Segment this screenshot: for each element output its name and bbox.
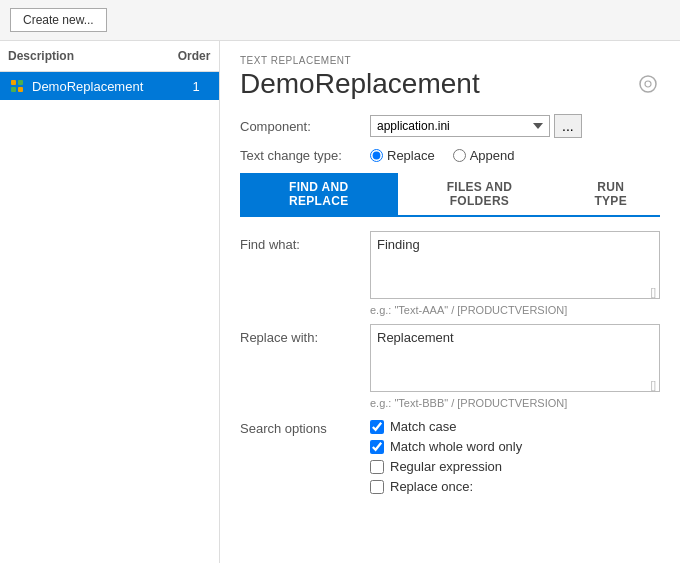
search-options-row: Search options Match case Match whole wo… bbox=[240, 419, 660, 494]
create-new-button[interactable]: Create new... bbox=[10, 8, 107, 32]
svg-rect-1 bbox=[18, 80, 23, 85]
top-bar: Create new... bbox=[0, 0, 680, 41]
checkbox-replace-once-text: Replace once: bbox=[390, 479, 473, 494]
svg-rect-2 bbox=[11, 87, 16, 92]
checkbox-match-case[interactable] bbox=[370, 420, 384, 434]
replace-with-textarea[interactable]: Replacement bbox=[370, 324, 660, 392]
edit-icon[interactable] bbox=[636, 72, 660, 96]
right-panel: TEXT REPLACEMENT DemoReplacement Compone… bbox=[220, 41, 680, 563]
radio-append[interactable] bbox=[453, 149, 466, 162]
tab-run-type[interactable]: RUN TYPE bbox=[561, 173, 660, 215]
list-header: Description Order bbox=[0, 41, 219, 72]
radio-group: Replace Append bbox=[370, 148, 515, 163]
checkbox-match-case-text: Match case bbox=[390, 419, 456, 434]
component-control: application.ini ... bbox=[370, 114, 660, 138]
left-panel: Description Order DemoReplacement 1 bbox=[0, 41, 220, 563]
checkbox-match-case-label[interactable]: Match case bbox=[370, 419, 522, 434]
find-what-textarea[interactable]: Finding bbox=[370, 231, 660, 299]
checkbox-replace-once[interactable] bbox=[370, 480, 384, 494]
component-select-wrap: application.ini ... bbox=[370, 114, 582, 138]
page-title: DemoReplacement bbox=[240, 68, 660, 100]
component-browse-button[interactable]: ... bbox=[554, 114, 582, 138]
find-what-label: Find what: bbox=[240, 231, 370, 252]
radio-replace-text: Replace bbox=[387, 148, 435, 163]
find-textarea-wrap: Finding [] bbox=[370, 231, 660, 302]
replace-with-input-wrap: Replacement [] e.g.: "Text-BBB" / [PRODU… bbox=[370, 324, 660, 409]
replace-with-label: Replace with: bbox=[240, 324, 370, 345]
section-label: TEXT REPLACEMENT bbox=[240, 55, 660, 66]
radio-replace[interactable] bbox=[370, 149, 383, 162]
svg-rect-0 bbox=[11, 80, 16, 85]
replacement-icon bbox=[8, 77, 26, 95]
list-item-order: 1 bbox=[181, 79, 211, 94]
tab-find-replace[interactable]: FIND AND REPLACE bbox=[240, 173, 398, 215]
component-select[interactable]: application.ini bbox=[370, 115, 550, 137]
find-what-row: Find what: Finding [] e.g.: "Text-AAA" /… bbox=[240, 231, 660, 316]
replace-textarea-wrap: Replacement [] bbox=[370, 324, 660, 395]
find-what-hint: e.g.: "Text-AAA" / [PRODUCTVERSION] bbox=[370, 304, 660, 316]
radio-append-label[interactable]: Append bbox=[453, 148, 515, 163]
checkbox-replace-once-label[interactable]: Replace once: bbox=[370, 479, 522, 494]
component-label: Component: bbox=[240, 119, 370, 134]
search-options-checkboxes: Match case Match whole word only Regular… bbox=[370, 419, 522, 494]
radio-append-text: Append bbox=[470, 148, 515, 163]
replace-with-row: Replace with: Replacement [] e.g.: "Text… bbox=[240, 324, 660, 409]
radio-replace-label[interactable]: Replace bbox=[370, 148, 435, 163]
checkbox-match-whole-word-label[interactable]: Match whole word only bbox=[370, 439, 522, 454]
main-layout: Description Order DemoReplacement 1 TEXT… bbox=[0, 41, 680, 563]
component-row: Component: application.ini ... bbox=[240, 114, 660, 138]
replace-bracket: [] bbox=[650, 380, 656, 391]
text-change-type-control: Replace Append bbox=[370, 148, 660, 163]
text-change-type-label: Text change type: bbox=[240, 148, 370, 163]
checkbox-regular-expression-text: Regular expression bbox=[390, 459, 502, 474]
col-order: Order bbox=[169, 45, 219, 67]
checkbox-match-whole-word[interactable] bbox=[370, 440, 384, 454]
svg-rect-3 bbox=[18, 87, 23, 92]
svg-point-4 bbox=[640, 76, 656, 92]
list-item-name: DemoReplacement bbox=[32, 79, 181, 94]
find-bracket: [] bbox=[650, 287, 656, 298]
col-description: Description bbox=[0, 45, 169, 67]
search-options-label: Search options bbox=[240, 419, 370, 436]
list-item[interactable]: DemoReplacement 1 bbox=[0, 72, 219, 100]
checkbox-regular-expression-label[interactable]: Regular expression bbox=[370, 459, 522, 474]
tabs-bar: FIND AND REPLACE FILES AND FOLDERS RUN T… bbox=[240, 173, 660, 217]
find-replace-section: Find what: Finding [] e.g.: "Text-AAA" /… bbox=[240, 231, 660, 498]
tab-files-folders[interactable]: FILES AND FOLDERS bbox=[398, 173, 562, 215]
page-title-text: DemoReplacement bbox=[240, 68, 480, 100]
replace-with-hint: e.g.: "Text-BBB" / [PRODUCTVERSION] bbox=[370, 397, 660, 409]
text-change-type-row: Text change type: Replace Append bbox=[240, 148, 660, 163]
checkbox-match-whole-word-text: Match whole word only bbox=[390, 439, 522, 454]
checkbox-regular-expression[interactable] bbox=[370, 460, 384, 474]
find-what-input-wrap: Finding [] e.g.: "Text-AAA" / [PRODUCTVE… bbox=[370, 231, 660, 316]
